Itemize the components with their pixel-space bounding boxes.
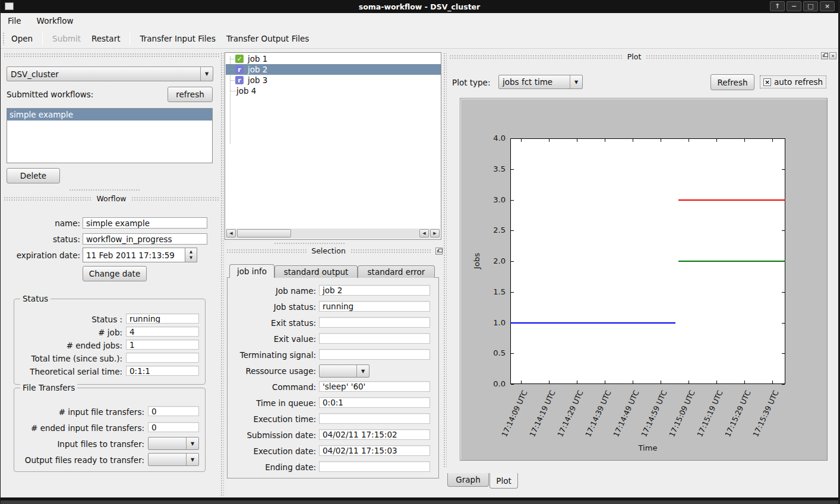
file-transfers-group-title: File Transfers <box>20 383 77 392</box>
series-line <box>510 322 675 324</box>
tree-item-job-2[interactable]: rjob 2 <box>226 64 441 75</box>
x-tick-mark <box>689 139 689 142</box>
job-running-icon: r <box>235 65 244 74</box>
tab-standard-error[interactable]: standard error <box>358 265 435 278</box>
job-field-label: Time in queue: <box>232 398 316 408</box>
y-tick-mark <box>782 292 785 293</box>
job-field-value <box>319 413 430 424</box>
plot-type-select[interactable]: jobs fct time ▼ <box>498 75 583 89</box>
close-plot-dock-icon[interactable]: × <box>829 52 836 59</box>
y-tick-label: 2.0 <box>481 256 506 265</box>
plot-type-label: Plot type: <box>452 78 490 87</box>
dock-title-texture <box>449 55 623 59</box>
toolbar-drag-handle[interactable] <box>2 32 5 45</box>
menu-bar: FileWorkflow <box>1 13 838 28</box>
splitter-right[interactable] <box>443 52 447 468</box>
list-item[interactable]: simple example <box>7 109 212 121</box>
job-field-label: Exit status: <box>232 318 316 328</box>
x-tick-mark <box>772 139 773 142</box>
y-tick-mark <box>511 384 514 385</box>
x-tick-mark <box>549 381 550 383</box>
workflow-list[interactable]: simple example <box>7 108 213 163</box>
bottom-tab-graph[interactable]: Graph <box>447 473 489 487</box>
menu-file[interactable]: File <box>7 14 23 28</box>
group-field-select[interactable]: ▼ <box>148 453 199 466</box>
job-field-label: Job status: <box>232 302 316 312</box>
group-field-label: # ended input file transfers: <box>18 423 144 433</box>
x-tick-mark <box>772 381 773 383</box>
x-tick-mark <box>744 139 745 142</box>
job-field-value: 04/02/11 17:15:02 <box>319 429 430 440</box>
toolbar-transfer-output-files[interactable]: Transfer Output Files <box>225 31 310 46</box>
x-axis-label: Time <box>618 443 678 452</box>
workflow-dock-handle[interactable] <box>69 189 140 192</box>
scrollbar-thumb[interactable] <box>237 229 291 237</box>
minimize-window-icon[interactable]: − <box>787 1 801 11</box>
tab-job-info[interactable]: job info <box>229 264 274 278</box>
spinbox-arrows[interactable]: ▲▼ <box>185 248 197 262</box>
group-field-value: 4 <box>126 327 199 337</box>
job-field-value: running <box>319 301 430 312</box>
group-field-label: # job: <box>18 328 122 337</box>
y-tick-mark <box>511 353 514 354</box>
toolbar-open[interactable]: Open <box>10 31 34 46</box>
toolbar-restart[interactable]: Restart <box>90 31 122 46</box>
x-tick-mark <box>605 139 605 142</box>
close-window-icon[interactable]: × <box>820 1 835 11</box>
status-group: Status Status :running# job:4# ended job… <box>14 299 206 385</box>
job-tree[interactable]: ◀ ◀ ▶ ✓job 1rjob 2rjob 3job 4 <box>225 52 441 240</box>
x-tick-mark <box>521 381 522 383</box>
group-field-label: Input files to transfer: <box>18 439 144 449</box>
window-title: soma-workflow - DSV_cluster <box>1 2 838 11</box>
group-field-select[interactable]: ▼ <box>148 437 199 450</box>
shade-window-icon[interactable]: ↑ <box>770 1 785 11</box>
x-tick-mark <box>716 381 717 383</box>
group-field-value: 1 <box>126 340 199 350</box>
title-bar[interactable]: soma-workflow - DSV_cluster ↑−□× <box>1 0 838 13</box>
tree-twig <box>230 80 236 81</box>
y-tick-label: 2.5 <box>481 226 506 234</box>
dock-title-texture <box>350 249 431 253</box>
plot-refresh-button[interactable]: Refresh <box>710 74 754 90</box>
maximize-window-icon[interactable]: □ <box>803 1 818 11</box>
y-tick-mark <box>511 261 514 262</box>
float-plot-dock-icon[interactable] <box>821 52 828 59</box>
tree-item-job-3[interactable]: rjob 3 <box>226 75 441 85</box>
spin-up-icon[interactable]: ▲ <box>190 249 192 255</box>
group-field-value: running <box>126 313 199 324</box>
plot-canvas[interactable]: 0.00.51.01.52.02.53.03.54.017:14:09 UTC1… <box>460 98 828 461</box>
left-dock-handle[interactable] <box>4 53 219 57</box>
x-tick-mark <box>633 139 633 142</box>
expiration-date-spinbox[interactable]: 11 Feb 2011 17:13:59 ▲▼ <box>83 248 197 262</box>
scroll-left-icon[interactable]: ◀ <box>226 229 236 237</box>
h-scrollbar[interactable]: ◀ ◀ ▶ <box>226 229 440 239</box>
tab-standard-output[interactable]: standard output <box>274 265 358 278</box>
change-date-button[interactable]: Change date <box>83 266 147 281</box>
checkbox-checked-icon[interactable]: × <box>763 78 771 86</box>
group-field-label: Output files ready to transfer: <box>18 455 144 465</box>
resource-select[interactable]: DSV_cluster ▼ <box>7 66 213 81</box>
tree-item-job-1[interactable]: ✓job 1 <box>226 53 441 64</box>
auto-refresh-toggle[interactable]: × auto refresh <box>760 75 826 88</box>
float-dock-icon[interactable] <box>435 248 443 255</box>
tree-item-job-4[interactable]: job 4 <box>226 85 441 96</box>
job-field-select[interactable]: ▼ <box>319 364 370 378</box>
y-tick-mark <box>782 323 785 324</box>
selection-dock-title-text: Selection <box>311 246 346 255</box>
splitter-left[interactable] <box>220 52 224 496</box>
scroll-left2-icon[interactable]: ◀ <box>419 229 429 237</box>
toolbar-separator <box>42 32 43 45</box>
scroll-right-icon[interactable]: ▶ <box>430 229 440 237</box>
toolbar-transfer-input-files[interactable]: Transfer Input Files <box>138 31 216 46</box>
x-tick-mark <box>689 381 689 383</box>
toolbar: OpenSubmitRestartTransfer Input FilesTra… <box>1 28 838 49</box>
refresh-workflows-button[interactable]: refresh <box>168 87 213 102</box>
selection-dock-handle[interactable] <box>274 242 345 245</box>
spin-down-icon[interactable]: ▼ <box>190 255 192 261</box>
expiration-date-value[interactable]: 11 Feb 2011 17:13:59 <box>83 248 185 262</box>
menu-workflow[interactable]: Workflow <box>36 14 75 28</box>
bottom-tab-plot[interactable]: Plot <box>490 473 518 489</box>
delete-workflow-button[interactable]: Delete <box>7 168 60 183</box>
group-field-label: Status : <box>18 315 122 324</box>
group-field-value: 0:1:1 <box>126 366 199 376</box>
